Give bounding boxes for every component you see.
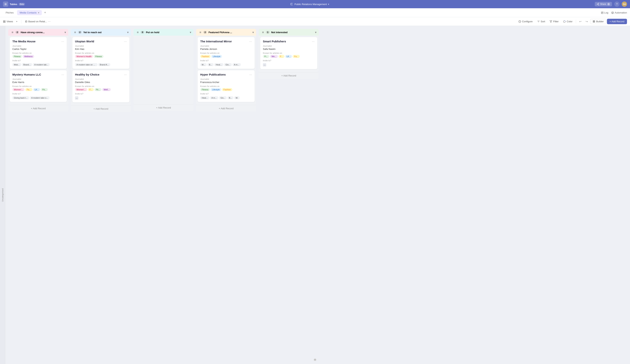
add-record-button[interactable]: + Add Record <box>607 19 627 24</box>
tag-fashion[interactable]: Fa... <box>25 88 32 91</box>
add-record-row-put-on-hold[interactable]: + Add Record <box>134 104 194 111</box>
tag-wellness[interactable]: We... <box>270 55 278 58</box>
card-more-button[interactable]: ··· <box>61 40 64 43</box>
invites-list: Giving back t...A modern take o... <box>12 96 64 99</box>
page-title-chevron[interactable]: ▾ <box>328 3 329 6</box>
invite-chip[interactable]: B... <box>228 96 234 99</box>
svg-point-2 <box>598 4 599 5</box>
card-pub-name: Healthy by Choice <box>75 73 100 76</box>
invite-chip[interactable]: A m... <box>210 96 218 99</box>
add-record-row-not-interested[interactable]: + Add Record <box>259 72 319 79</box>
tag-lifestyle[interactable]: Lifestyle <box>211 55 222 58</box>
journalist-name: Francesca Archer <box>200 81 252 84</box>
based-on-more[interactable]: ⋯ <box>48 20 50 23</box>
col-menu-button[interactable]: ▾ <box>252 30 254 34</box>
tab-pitches[interactable]: Pitches <box>3 10 16 15</box>
tab-media-contacts[interactable]: Media Contacts ▾ <box>17 10 42 15</box>
invite-chip[interactable]: Giving back t... <box>12 96 29 99</box>
invite-chip[interactable]: M... <box>200 63 206 66</box>
col-menu-button[interactable]: ▾ <box>64 30 66 34</box>
add-record-row-featured-fitarena[interactable]: + Add Record <box>196 105 256 112</box>
col-count: 2 <box>203 31 207 34</box>
invite-chip[interactable]: Brand A... <box>98 63 110 66</box>
invite-chip[interactable]: Giv... <box>219 96 227 99</box>
journalist-name: Pamela Jenson <box>200 48 252 50</box>
add-record-row-yet-to-reach[interactable]: + Add Record <box>71 105 131 112</box>
based-on-button[interactable]: Based on Relat... ⋯ <box>23 19 52 24</box>
tag-fashion[interactable]: F... <box>278 55 284 58</box>
add-tab-button[interactable]: + <box>42 10 48 15</box>
invite-chip[interactable]: A modern take on N... <box>75 63 98 66</box>
tag-fitness[interactable]: Fitness <box>200 88 210 91</box>
invite-chip[interactable]: Mob... <box>12 63 21 66</box>
help-button[interactable]: ? <box>614 2 620 7</box>
share-button[interactable]: Share 6 <box>595 2 612 6</box>
invite-chip[interactable]: B... <box>208 63 214 66</box>
card-smart-publishers: Smart Publishers ··· Journalist Safa Nas… <box>260 37 317 69</box>
card-more-button[interactable]: ··· <box>249 73 252 76</box>
log-button[interactable]: Log <box>601 11 608 14</box>
tag-womens-health[interactable]: Women'... <box>12 88 24 91</box>
sort-button[interactable]: Sort <box>535 19 547 24</box>
configure-button[interactable]: Configure <box>516 19 534 24</box>
tab-dropdown-icon[interactable]: ▾ <box>38 12 39 14</box>
card-more-button[interactable]: ··· <box>312 40 314 43</box>
journalist-label: Journalist <box>12 78 64 80</box>
configure-icon <box>518 20 521 23</box>
tag-lifestyle[interactable]: Lifestyle <box>210 88 221 91</box>
views-icon <box>3 20 6 23</box>
invite-chip[interactable]: A modern tak... <box>33 63 50 66</box>
invite-chip[interactable]: M. <box>234 96 240 99</box>
app-name: Tables <box>10 3 17 6</box>
tab-list: Pitches Media Contacts ▾ + <box>3 10 48 15</box>
col-body-have-strong: The Media House ··· Journalist Carlos Ta… <box>8 36 68 105</box>
tag-fitness[interactable]: Fit... <box>41 88 48 91</box>
automation-button[interactable]: Automation <box>611 11 627 14</box>
invite-chip[interactable]: A m... <box>232 63 241 66</box>
col-menu-button[interactable]: ▾ <box>190 30 191 34</box>
tag-womens-health[interactable]: Women's Health <box>75 55 93 58</box>
card-media-house: The Media House ··· Journalist Carlos Ta… <box>10 37 67 69</box>
known-for-label: Known for articles on <box>12 85 64 87</box>
builder-button[interactable]: Builder <box>590 19 606 24</box>
card-more-button[interactable]: ··· <box>249 40 252 43</box>
invites-list: M...B...Heal...Giv...A m... <box>200 63 252 66</box>
col-menu-button[interactable]: ▾ <box>127 30 128 34</box>
tag-lifestyle[interactable]: Lif... <box>285 55 292 58</box>
invite-chip[interactable]: Brand... <box>22 63 32 66</box>
card-pub-name: Mystery Humans LLC <box>12 73 41 76</box>
tag-fitness[interactable]: Fitness <box>12 55 22 58</box>
known-for-label: Known for articles on <box>12 52 64 54</box>
tag-fashion[interactable]: Fashion <box>200 55 210 58</box>
tag-wellness[interactable]: Well... <box>102 88 111 91</box>
column-not-interested: ⊞ 1 Not interested ▾ Smart Publishers ··… <box>259 29 319 79</box>
tag-lifestyle[interactable]: Lif... <box>33 88 40 91</box>
color-button[interactable]: Color <box>561 19 574 24</box>
tag-fashion[interactable]: Fa... <box>293 55 300 58</box>
card-more-button[interactable]: ··· <box>124 73 127 76</box>
toolbar-divider-1 <box>21 20 22 24</box>
invite-chip[interactable]: A modern take o... <box>30 96 50 99</box>
tag-womens-health[interactable]: Women'... <box>75 88 87 91</box>
tag-fitness[interactable]: Fitness <box>94 55 103 58</box>
user-avatar[interactable]: SA <box>622 2 627 7</box>
add-record-row-have-strong[interactable]: + Add Record <box>8 105 68 112</box>
invites-list: — <box>75 96 127 100</box>
card-more-button[interactable]: ··· <box>61 73 64 76</box>
tags-list: Women'...F...Fit...Well... <box>75 88 127 91</box>
undo-button[interactable]: ↩ <box>578 19 583 24</box>
tag-fitness[interactable]: Fit... <box>94 88 102 91</box>
tag-fashion[interactable]: F... <box>88 88 94 91</box>
invite-chip[interactable]: Giv... <box>224 63 232 66</box>
views-add-button[interactable]: + <box>14 19 19 24</box>
filter-button[interactable]: Filter <box>548 19 560 24</box>
app-logo[interactable]: ⊞ <box>3 2 8 7</box>
invite-chip[interactable]: Heal... <box>214 63 223 66</box>
tag-fitness[interactable]: Fi... <box>263 55 269 58</box>
card-more-button[interactable]: ··· <box>124 40 127 43</box>
tag-wellness[interactable]: Wellness <box>23 55 34 58</box>
redo-button[interactable]: ↪ <box>584 19 590 24</box>
col-menu-button[interactable]: ▾ <box>315 30 316 34</box>
tag-fashion[interactable]: Fashion <box>222 88 232 91</box>
invite-chip[interactable]: Heal... <box>200 96 209 99</box>
